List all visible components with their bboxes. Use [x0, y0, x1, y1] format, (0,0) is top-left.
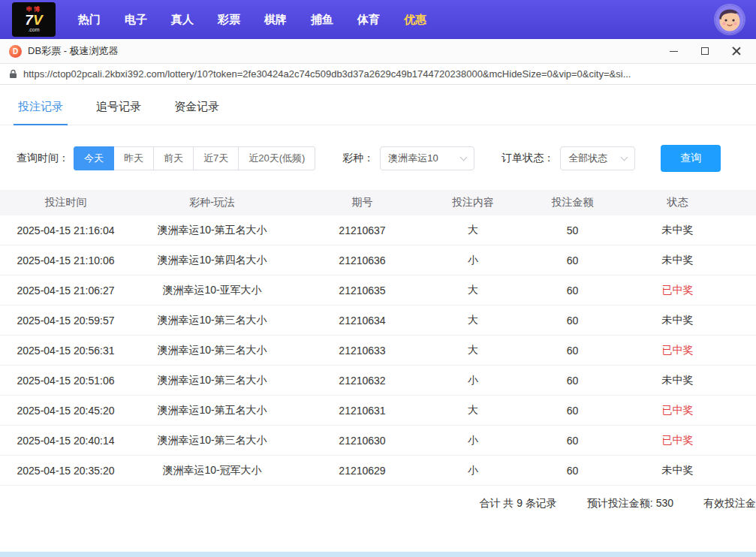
- bet-status: 已中奖: [631, 284, 724, 297]
- bet-status: 未中奖: [631, 224, 724, 237]
- nav-item-fishing[interactable]: 捕鱼: [311, 13, 333, 27]
- bet-time: 2025-04-15 21:16:04: [0, 224, 131, 236]
- bet-game: 澳洲幸运10-亚军大小: [131, 284, 293, 297]
- nav-item-cards[interactable]: 棋牌: [264, 13, 287, 27]
- header-bet-amount: 投注金额: [514, 196, 631, 209]
- bet-time: 2025-04-15 20:59:57: [0, 315, 131, 327]
- table-row: 2025-04-15 21:10:06 澳洲幸运10-第四名大小 2121063…: [0, 245, 756, 275]
- table-row: 2025-04-15 20:51:06 澳洲幸运10-第三名大小 2121063…: [0, 366, 756, 396]
- bet-time: 2025-04-15 20:35:20: [0, 465, 131, 477]
- brand-logo[interactable]: 申博 7V .com: [12, 2, 56, 37]
- bet-status: 未中奖: [631, 464, 724, 477]
- bet-amount: 50: [514, 224, 631, 236]
- lottery-select[interactable]: 澳洲幸运10: [380, 146, 474, 170]
- bet-content: 大: [432, 344, 514, 357]
- bet-amount: 60: [514, 435, 631, 447]
- bet-issue: 21210637: [293, 224, 432, 236]
- window-controls: [667, 45, 747, 57]
- tab-fund-records[interactable]: 资金记录: [174, 100, 219, 125]
- bet-time: 2025-04-15 20:51:06: [0, 375, 131, 387]
- bet-issue: 21210629: [293, 465, 432, 477]
- table-summary: 合计 共 9 条记录 预计投注金额: 530 有效投注金额: [0, 486, 756, 522]
- bet-time: 2025-04-15 21:06:27: [0, 285, 131, 297]
- bet-game: 澳洲幸运10-第三名大小: [131, 314, 293, 327]
- time-option-today[interactable]: 今天: [74, 146, 114, 170]
- bet-time: 2025-04-15 21:10:06: [0, 254, 131, 266]
- bet-status: 已中奖: [631, 434, 724, 447]
- bet-status: 未中奖: [631, 374, 724, 387]
- table-row: 2025-04-15 20:59:57 澳洲幸运10-第三名大小 2121063…: [0, 306, 756, 336]
- bet-amount: 60: [514, 285, 631, 297]
- close-icon: [732, 47, 741, 56]
- header-bet-time: 投注时间: [0, 196, 131, 209]
- bet-content: 小: [432, 374, 514, 387]
- brand-logo-sub-text: .com: [28, 27, 39, 33]
- header-bet-content: 投注内容: [432, 196, 514, 209]
- brand-logo-main-text: 7V: [25, 13, 42, 27]
- window-title: DB彩票 - 极速浏览器: [28, 44, 119, 58]
- bet-content: 大: [432, 284, 514, 297]
- table-body: 2025-04-15 21:16:04 澳洲幸运10-第五名大小 2121063…: [0, 215, 756, 486]
- table-row: 2025-04-15 21:06:27 澳洲幸运10-亚军大小 21210635…: [0, 275, 756, 306]
- nav-item-slots[interactable]: 电子: [125, 13, 147, 27]
- bet-status: 未中奖: [631, 254, 724, 267]
- user-avatar[interactable]: [715, 5, 744, 34]
- close-button[interactable]: [730, 45, 742, 57]
- bet-game: 澳洲幸运10-第五名大小: [131, 404, 293, 417]
- chevron-down-icon: [460, 153, 468, 161]
- bet-content: 小: [432, 254, 514, 267]
- lottery-select-value: 澳洲幸运10: [388, 152, 438, 165]
- filter-bar: 查询时间： 今天 昨天 前天 近7天 近20天(低频) 彩种： 澳洲幸运10 订…: [0, 125, 756, 187]
- site-favicon: D: [9, 45, 22, 58]
- table-header: 投注时间 彩种-玩法 期号 投注内容 投注金额 状态: [0, 190, 756, 215]
- top-nav-menu: 热门 电子 真人 彩票 棋牌 捕鱼 体育 优惠: [78, 13, 426, 27]
- time-option-20days[interactable]: 近20天(低频): [238, 146, 315, 170]
- time-option-7days[interactable]: 近7天: [193, 146, 239, 170]
- bet-amount: 60: [514, 345, 631, 357]
- url-text[interactable]: https://ctop02pcali.2kbxi392.com/lottery…: [23, 68, 747, 80]
- table-row: 2025-04-15 20:35:20 澳洲幸运10-冠军大小 21210629…: [0, 456, 756, 486]
- nav-item-promotions[interactable]: 优惠: [404, 13, 426, 27]
- minimize-icon: [670, 51, 678, 52]
- nav-item-hot[interactable]: 热门: [78, 13, 101, 27]
- nav-item-live[interactable]: 真人: [171, 13, 194, 27]
- bet-amount: 60: [514, 405, 631, 417]
- header-issue: 期号: [293, 196, 432, 209]
- table-row: 2025-04-15 20:56:31 澳洲幸运10-第三名大小 2121063…: [0, 336, 756, 366]
- bottom-taskbar-strip: [0, 552, 756, 557]
- order-status-select[interactable]: 全部状态: [560, 146, 635, 170]
- bet-status: 未中奖: [631, 314, 724, 327]
- table-row: 2025-04-15 20:45:20 澳洲幸运10-第五名大小 2121063…: [0, 396, 756, 426]
- chevron-down-icon: [621, 153, 628, 161]
- bet-content: 大: [432, 224, 514, 237]
- bet-game: 澳洲幸运10-第三名大小: [131, 374, 293, 387]
- nav-item-lottery[interactable]: 彩票: [218, 13, 240, 27]
- order-status-value: 全部状态: [568, 152, 607, 165]
- bet-time: 2025-04-15 20:40:14: [0, 435, 131, 447]
- bet-game: 澳洲幸运10-第三名大小: [131, 344, 293, 357]
- query-button[interactable]: 查询: [661, 145, 721, 172]
- maximize-icon: [701, 47, 709, 55]
- bet-content: 小: [432, 464, 514, 477]
- header-status: 状态: [631, 196, 724, 209]
- bet-game: 澳洲幸运10-第四名大小: [131, 254, 293, 267]
- browser-titlebar: D DB彩票 - 极速浏览器: [0, 39, 756, 64]
- bet-issue: 21210633: [293, 345, 432, 357]
- bet-issue: 21210636: [293, 254, 432, 266]
- bet-game: 澳洲幸运10-冠军大小: [131, 464, 293, 477]
- time-option-day-before[interactable]: 前天: [153, 146, 194, 170]
- order-status-label: 订单状态：: [501, 152, 554, 165]
- table-row: 2025-04-15 21:16:04 澳洲幸运10-第五名大小 2121063…: [0, 215, 756, 245]
- tab-chase-records[interactable]: 追号记录: [96, 100, 141, 125]
- time-range-group: 今天 昨天 前天 近7天 近20天(低频): [74, 146, 315, 170]
- bet-time: 2025-04-15 20:45:20: [0, 405, 131, 417]
- bet-issue: 21210635: [293, 285, 432, 297]
- bet-amount: 60: [514, 315, 631, 327]
- tab-bet-records[interactable]: 投注记录: [18, 100, 63, 125]
- bet-content: 大: [432, 404, 514, 417]
- bet-game: 澳洲幸运10-第五名大小: [131, 224, 293, 237]
- nav-item-sports[interactable]: 体育: [357, 13, 380, 27]
- time-option-yesterday[interactable]: 昨天: [113, 146, 154, 170]
- maximize-button[interactable]: [699, 45, 711, 57]
- minimize-button[interactable]: [667, 45, 679, 57]
